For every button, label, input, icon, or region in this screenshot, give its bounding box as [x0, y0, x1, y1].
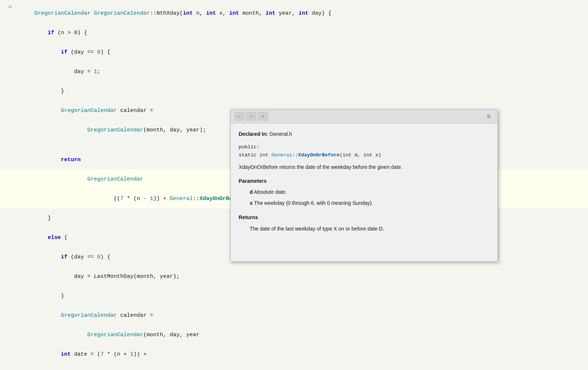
forward-icon: →: [250, 113, 253, 119]
param-item-d: d Absolute date.: [250, 188, 489, 196]
description-text: XdayOnOrBefore returns the date of the w…: [239, 163, 489, 171]
public-label: public:: [239, 143, 489, 151]
code-line-20: General::XdayOnOrBefore(calendar,: [0, 364, 588, 370]
param-list: d Absolute date. x The weekday (0 throug…: [250, 188, 489, 207]
edit-button[interactable]: ✎: [258, 112, 268, 121]
code-content-4: day = 1;: [15, 62, 588, 81]
code-content-20: General::XdayOnOrBefore(calendar,: [15, 364, 588, 370]
code-line-2: if (n > 0) {: [0, 23, 588, 43]
popup-content: Declared In: General.h public: static in…: [231, 123, 497, 261]
declared-in-value: General.h: [269, 131, 292, 137]
code-line-5: }: [0, 81, 588, 101]
param-d-desc: Absolute date.: [254, 189, 287, 195]
doc-popup: ← → ✎ ⚙ Declared In: General.h public:: [230, 109, 498, 262]
collapse-icon-1[interactable]: ⊟: [0, 4, 12, 10]
declared-in-label: Declared In:: [239, 131, 268, 137]
back-button[interactable]: ←: [234, 112, 245, 121]
param-x-desc: The weekday (0 through 6, with 0 meaning…: [254, 200, 373, 206]
returns-text: The date of the last weekday of type X o…: [250, 225, 489, 233]
gear-icon: ⚙: [487, 113, 490, 120]
code-content-16: }: [15, 287, 588, 305]
param-item-x: x The weekday (0 through 6, with 0 meani…: [250, 199, 489, 207]
code-line-17: GregorianCalendar calendar =: [0, 306, 588, 325]
code-line-4: day = 1;: [0, 62, 588, 81]
edit-icon: ✎: [261, 113, 264, 120]
popup-toolbar: ← → ✎ ⚙: [231, 110, 497, 123]
popup-bottom-padding: [239, 233, 489, 255]
parameters-header: Parameters: [239, 177, 489, 185]
code-line-3: if (day == 0) {: [0, 43, 588, 62]
signature-line: static int General::XdayOnOrBefore(int d…: [239, 151, 489, 159]
settings-button[interactable]: ⚙: [484, 112, 494, 121]
code-content-2: if (n > 0) {: [15, 23, 588, 42]
back-icon: ←: [238, 113, 241, 119]
code-line-15: day = LastMonthDay(month, year);: [0, 267, 588, 286]
code-line-16: }: [0, 286, 588, 306]
code-line-1: ⊟ GregorianCalendar GregorianCalendar::N…: [0, 4, 588, 23]
code-content-19: int date = (7 * (n + 1)) +: [15, 345, 588, 364]
code-content-3: if (day == 0) {: [15, 43, 588, 62]
code-content-15: day = LastMonthDay(month, year);: [15, 267, 588, 286]
declared-in-section: Declared In: General.h: [239, 130, 489, 138]
code-content-1: GregorianCalendar GregorianCalendar::Nth…: [15, 4, 588, 23]
code-content-18: GregorianCalendar(month, day, year: [15, 326, 588, 344]
code-content-17: GregorianCalendar calendar =: [15, 306, 588, 325]
signature-block: public: static int General::XdayOnOrBefo…: [239, 143, 489, 159]
code-line-18: GregorianCalendar(month, day, year: [0, 325, 588, 345]
returns-header: Returns: [239, 213, 489, 221]
returns-section: Returns The date of the last weekday of …: [239, 213, 489, 233]
code-editor: ⊟ GregorianCalendar GregorianCalendar::N…: [0, 0, 588, 370]
code-content-5: }: [15, 82, 588, 101]
forward-button[interactable]: →: [246, 112, 256, 121]
code-line-19: int date = (7 * (n + 1)) +: [0, 345, 588, 364]
